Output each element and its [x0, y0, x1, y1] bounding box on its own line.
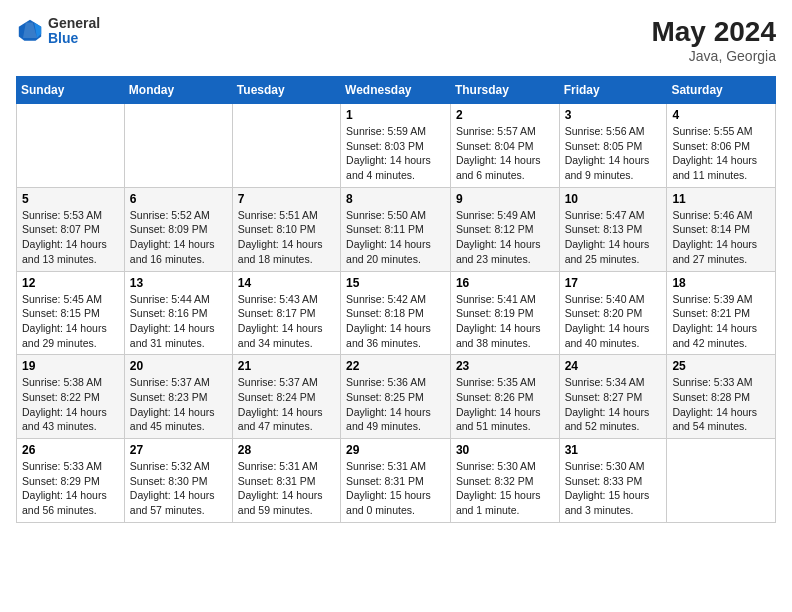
day-number: 18 [672, 276, 770, 290]
calendar-cell: 12Sunrise: 5:45 AM Sunset: 8:15 PM Dayli… [17, 271, 125, 355]
day-info: Sunrise: 5:43 AM Sunset: 8:17 PM Dayligh… [238, 292, 335, 351]
calendar-cell: 16Sunrise: 5:41 AM Sunset: 8:19 PM Dayli… [450, 271, 559, 355]
day-number: 16 [456, 276, 554, 290]
calendar-cell: 25Sunrise: 5:33 AM Sunset: 8:28 PM Dayli… [667, 355, 776, 439]
week-row-5: 26Sunrise: 5:33 AM Sunset: 8:29 PM Dayli… [17, 439, 776, 523]
week-row-4: 19Sunrise: 5:38 AM Sunset: 8:22 PM Dayli… [17, 355, 776, 439]
calendar-cell: 18Sunrise: 5:39 AM Sunset: 8:21 PM Dayli… [667, 271, 776, 355]
day-info: Sunrise: 5:50 AM Sunset: 8:11 PM Dayligh… [346, 208, 445, 267]
day-number: 17 [565, 276, 662, 290]
day-info: Sunrise: 5:40 AM Sunset: 8:20 PM Dayligh… [565, 292, 662, 351]
day-number: 19 [22, 359, 119, 373]
calendar-table: SundayMondayTuesdayWednesdayThursdayFrid… [16, 76, 776, 523]
day-info: Sunrise: 5:32 AM Sunset: 8:30 PM Dayligh… [130, 459, 227, 518]
weekday-header-row: SundayMondayTuesdayWednesdayThursdayFrid… [17, 77, 776, 104]
calendar-cell [232, 104, 340, 188]
month-year: May 2024 [651, 16, 776, 48]
calendar-cell: 3Sunrise: 5:56 AM Sunset: 8:05 PM Daylig… [559, 104, 667, 188]
location: Java, Georgia [651, 48, 776, 64]
day-number: 1 [346, 108, 445, 122]
calendar-cell: 7Sunrise: 5:51 AM Sunset: 8:10 PM Daylig… [232, 187, 340, 271]
day-info: Sunrise: 5:30 AM Sunset: 8:33 PM Dayligh… [565, 459, 662, 518]
calendar-cell: 30Sunrise: 5:30 AM Sunset: 8:32 PM Dayli… [450, 439, 559, 523]
week-row-3: 12Sunrise: 5:45 AM Sunset: 8:15 PM Dayli… [17, 271, 776, 355]
logo-icon [16, 17, 44, 45]
day-number: 2 [456, 108, 554, 122]
calendar-cell: 14Sunrise: 5:43 AM Sunset: 8:17 PM Dayli… [232, 271, 340, 355]
calendar-cell: 6Sunrise: 5:52 AM Sunset: 8:09 PM Daylig… [124, 187, 232, 271]
day-info: Sunrise: 5:46 AM Sunset: 8:14 PM Dayligh… [672, 208, 770, 267]
day-info: Sunrise: 5:30 AM Sunset: 8:32 PM Dayligh… [456, 459, 554, 518]
day-number: 27 [130, 443, 227, 457]
day-info: Sunrise: 5:33 AM Sunset: 8:28 PM Dayligh… [672, 375, 770, 434]
calendar-cell: 5Sunrise: 5:53 AM Sunset: 8:07 PM Daylig… [17, 187, 125, 271]
weekday-monday: Monday [124, 77, 232, 104]
day-info: Sunrise: 5:35 AM Sunset: 8:26 PM Dayligh… [456, 375, 554, 434]
calendar-cell: 26Sunrise: 5:33 AM Sunset: 8:29 PM Dayli… [17, 439, 125, 523]
day-number: 31 [565, 443, 662, 457]
week-row-1: 1Sunrise: 5:59 AM Sunset: 8:03 PM Daylig… [17, 104, 776, 188]
day-info: Sunrise: 5:41 AM Sunset: 8:19 PM Dayligh… [456, 292, 554, 351]
calendar-cell: 23Sunrise: 5:35 AM Sunset: 8:26 PM Dayli… [450, 355, 559, 439]
weekday-wednesday: Wednesday [341, 77, 451, 104]
day-number: 5 [22, 192, 119, 206]
calendar-cell: 29Sunrise: 5:31 AM Sunset: 8:31 PM Dayli… [341, 439, 451, 523]
weekday-tuesday: Tuesday [232, 77, 340, 104]
calendar-cell [124, 104, 232, 188]
day-info: Sunrise: 5:42 AM Sunset: 8:18 PM Dayligh… [346, 292, 445, 351]
calendar-cell: 24Sunrise: 5:34 AM Sunset: 8:27 PM Dayli… [559, 355, 667, 439]
day-info: Sunrise: 5:49 AM Sunset: 8:12 PM Dayligh… [456, 208, 554, 267]
calendar-cell: 20Sunrise: 5:37 AM Sunset: 8:23 PM Dayli… [124, 355, 232, 439]
day-number: 10 [565, 192, 662, 206]
day-number: 3 [565, 108, 662, 122]
day-info: Sunrise: 5:39 AM Sunset: 8:21 PM Dayligh… [672, 292, 770, 351]
day-info: Sunrise: 5:45 AM Sunset: 8:15 PM Dayligh… [22, 292, 119, 351]
calendar-cell: 2Sunrise: 5:57 AM Sunset: 8:04 PM Daylig… [450, 104, 559, 188]
calendar-cell: 4Sunrise: 5:55 AM Sunset: 8:06 PM Daylig… [667, 104, 776, 188]
day-number: 11 [672, 192, 770, 206]
day-info: Sunrise: 5:59 AM Sunset: 8:03 PM Dayligh… [346, 124, 445, 183]
day-number: 22 [346, 359, 445, 373]
day-info: Sunrise: 5:31 AM Sunset: 8:31 PM Dayligh… [346, 459, 445, 518]
day-number: 26 [22, 443, 119, 457]
day-info: Sunrise: 5:52 AM Sunset: 8:09 PM Dayligh… [130, 208, 227, 267]
day-info: Sunrise: 5:47 AM Sunset: 8:13 PM Dayligh… [565, 208, 662, 267]
calendar-cell: 15Sunrise: 5:42 AM Sunset: 8:18 PM Dayli… [341, 271, 451, 355]
day-number: 24 [565, 359, 662, 373]
day-number: 28 [238, 443, 335, 457]
calendar-cell: 31Sunrise: 5:30 AM Sunset: 8:33 PM Dayli… [559, 439, 667, 523]
day-number: 23 [456, 359, 554, 373]
day-number: 14 [238, 276, 335, 290]
logo: General Blue [16, 16, 100, 47]
calendar-cell [667, 439, 776, 523]
weekday-friday: Friday [559, 77, 667, 104]
day-info: Sunrise: 5:57 AM Sunset: 8:04 PM Dayligh… [456, 124, 554, 183]
day-info: Sunrise: 5:51 AM Sunset: 8:10 PM Dayligh… [238, 208, 335, 267]
day-number: 21 [238, 359, 335, 373]
day-number: 25 [672, 359, 770, 373]
day-info: Sunrise: 5:55 AM Sunset: 8:06 PM Dayligh… [672, 124, 770, 183]
calendar-body: 1Sunrise: 5:59 AM Sunset: 8:03 PM Daylig… [17, 104, 776, 523]
day-number: 29 [346, 443, 445, 457]
calendar-cell: 11Sunrise: 5:46 AM Sunset: 8:14 PM Dayli… [667, 187, 776, 271]
calendar-cell: 21Sunrise: 5:37 AM Sunset: 8:24 PM Dayli… [232, 355, 340, 439]
calendar-cell: 9Sunrise: 5:49 AM Sunset: 8:12 PM Daylig… [450, 187, 559, 271]
calendar-cell: 22Sunrise: 5:36 AM Sunset: 8:25 PM Dayli… [341, 355, 451, 439]
weekday-thursday: Thursday [450, 77, 559, 104]
day-info: Sunrise: 5:53 AM Sunset: 8:07 PM Dayligh… [22, 208, 119, 267]
day-info: Sunrise: 5:38 AM Sunset: 8:22 PM Dayligh… [22, 375, 119, 434]
day-number: 30 [456, 443, 554, 457]
weekday-sunday: Sunday [17, 77, 125, 104]
calendar-cell: 17Sunrise: 5:40 AM Sunset: 8:20 PM Dayli… [559, 271, 667, 355]
day-number: 8 [346, 192, 445, 206]
calendar-cell: 13Sunrise: 5:44 AM Sunset: 8:16 PM Dayli… [124, 271, 232, 355]
day-info: Sunrise: 5:37 AM Sunset: 8:23 PM Dayligh… [130, 375, 227, 434]
calendar-cell: 8Sunrise: 5:50 AM Sunset: 8:11 PM Daylig… [341, 187, 451, 271]
day-info: Sunrise: 5:44 AM Sunset: 8:16 PM Dayligh… [130, 292, 227, 351]
day-info: Sunrise: 5:31 AM Sunset: 8:31 PM Dayligh… [238, 459, 335, 518]
day-info: Sunrise: 5:37 AM Sunset: 8:24 PM Dayligh… [238, 375, 335, 434]
day-number: 12 [22, 276, 119, 290]
day-number: 13 [130, 276, 227, 290]
calendar-cell: 19Sunrise: 5:38 AM Sunset: 8:22 PM Dayli… [17, 355, 125, 439]
day-info: Sunrise: 5:34 AM Sunset: 8:27 PM Dayligh… [565, 375, 662, 434]
